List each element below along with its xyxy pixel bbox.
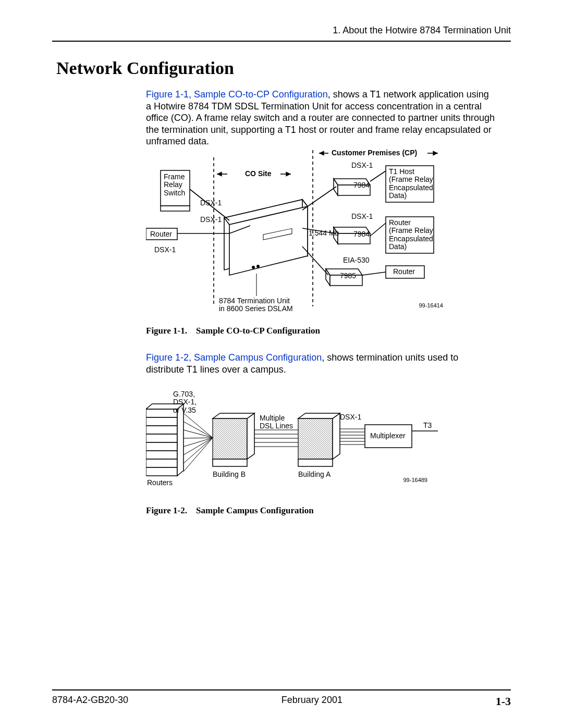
svg-rect-49: [213, 418, 247, 459]
page-number: 1-3: [496, 695, 511, 708]
label-7984-2: 7984: [353, 230, 370, 238]
label-routers: Routers: [147, 479, 173, 487]
label-7985: 7985: [340, 272, 356, 280]
label-building-b: Building B: [213, 471, 246, 478]
paragraph-2: Figure 1-2, Sample Campus Configuration,…: [146, 352, 495, 375]
svg-line-62: [183, 438, 213, 447]
label-dsx1-router: DSX-1: [154, 246, 176, 254]
label-g703: G.703, DSX-1, or V.35: [173, 390, 197, 414]
label-router-right: Router: [393, 268, 415, 276]
svg-rect-40: [146, 417, 177, 426]
label-unit-caption: 8784 Termination Unit in 8600 Series DSL…: [219, 297, 293, 313]
svg-marker-56: [298, 413, 340, 418]
figure-2-caption: Figure 1-2. Sample Campus Configuration: [146, 505, 314, 516]
svg-line-59: [183, 422, 213, 438]
svg-rect-44: [146, 451, 177, 459]
label-dsx1-b: DSX-1: [200, 216, 222, 224]
svg-point-14: [256, 265, 260, 268]
label-multiplexer: Multiplexer: [370, 432, 406, 440]
label-building-a: Building A: [298, 471, 331, 478]
label-7984-1: 7984: [353, 181, 370, 189]
label-cp-header: Customer Premises (CP): [332, 149, 417, 157]
figure-1-caption: Figure 1-1. Sample CO-to-CP Configuratio…: [146, 326, 320, 336]
svg-line-65: [183, 438, 213, 472]
svg-rect-42: [146, 434, 177, 442]
svg-rect-43: [146, 442, 177, 451]
footer-date: February 2001: [282, 695, 342, 708]
figure-1-diagram: Customer Premises (CP) CO Site Frame Rel…: [146, 150, 448, 317]
figure1-xref-link[interactable]: Figure 1-1, Sample CO-to-CP Configuratio…: [146, 89, 328, 100]
label-router-left: Router: [150, 230, 172, 238]
label-co-site: CO Site: [245, 170, 272, 178]
svg-line-35: [370, 223, 386, 236]
svg-line-64: [183, 438, 213, 463]
svg-rect-45: [146, 459, 177, 467]
svg-marker-51: [247, 413, 254, 459]
svg-line-31: [302, 187, 336, 210]
svg-line-63: [183, 438, 213, 455]
label-dsx1-cp2: DSX-1: [351, 213, 373, 220]
label-eia530: EIA-530: [343, 256, 370, 264]
fig1-prefix: Figure 1-1.: [146, 326, 187, 336]
doc-id: 8784-A2-GB20-30: [52, 695, 128, 708]
header-rule: [52, 41, 511, 42]
svg-point-13: [252, 266, 255, 269]
paragraph-1: Figure 1-1, Sample CO-to-CP Configuratio…: [146, 89, 495, 147]
svg-rect-41: [146, 426, 177, 434]
svg-rect-7: [161, 206, 190, 211]
label-rate: 1.544 Mb: [309, 229, 339, 237]
svg-rect-53: [298, 418, 333, 459]
figure-2-diagram: G.703, DSX-1, or V.35 Routers Building B…: [146, 388, 448, 498]
drawing-id-1: 99-16414: [419, 302, 444, 309]
page: 1. About the Hotwire 8784 Termination Un…: [0, 0, 563, 728]
label-dsx1-a: DSX-1: [200, 199, 222, 207]
label-dsx1-cp1: DSX-1: [351, 162, 373, 169]
svg-marker-52: [213, 413, 254, 418]
fig2-prefix: Figure 1-2.: [146, 505, 187, 515]
running-header: 1. About the Hotwire 8784 Termination Un…: [333, 25, 511, 36]
svg-line-36: [362, 272, 386, 275]
svg-rect-39: [146, 409, 177, 417]
page-footer: 8784-A2-GB20-30 February 2001 1-3: [52, 689, 511, 708]
fig2-text: Sample Campus Configuration: [196, 505, 314, 515]
label-t3: T3: [423, 422, 432, 429]
svg-line-33: [302, 246, 328, 275]
svg-rect-46: [146, 467, 177, 476]
figure2-xref-link[interactable]: Figure 1-2, Sample Campus Configuration: [146, 352, 322, 363]
svg-marker-55: [333, 413, 340, 459]
label-multi-dsl: Multiple DSL Lines: [260, 414, 293, 430]
fig1-text: Sample CO-to-CP Configuration: [196, 326, 320, 336]
svg-line-61: [183, 438, 213, 438]
section-title: Network Configuration: [56, 58, 234, 78]
svg-rect-54: [298, 459, 333, 466]
label-router-fr: Router (Frame Relay Encapsulated Data): [389, 219, 433, 251]
label-t1host: T1 Host (Frame Relay Encapsulated Data): [389, 168, 433, 200]
label-frs: Frame Relay Switch: [164, 173, 185, 197]
drawing-id-2: 99-16489: [403, 477, 428, 483]
label-dsx1-fig2: DSX-1: [340, 413, 361, 421]
svg-line-34: [370, 171, 386, 181]
svg-rect-50: [213, 459, 247, 466]
svg-marker-47: [177, 404, 183, 476]
